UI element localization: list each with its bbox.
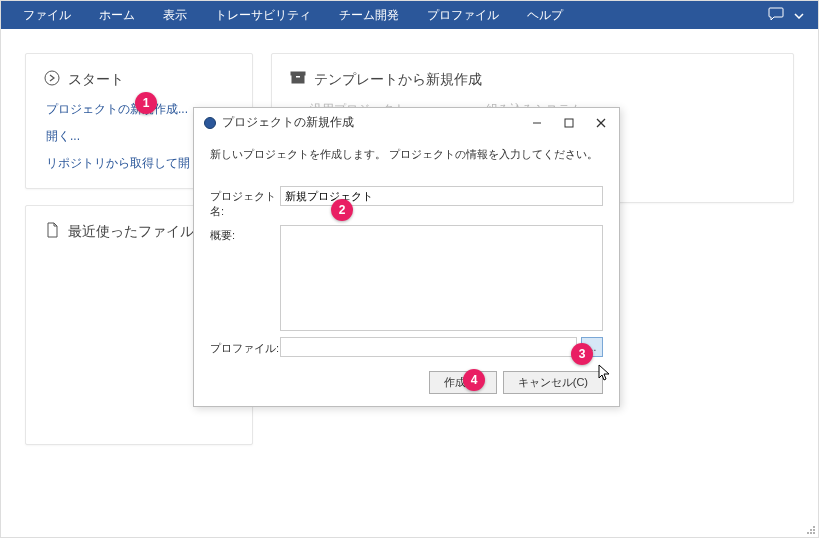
menu-home[interactable]: ホーム [85, 1, 149, 30]
close-button[interactable] [591, 115, 611, 131]
callout-2: 2 [331, 199, 353, 221]
menu-view[interactable]: 表示 [149, 1, 201, 30]
svg-point-11 [807, 532, 809, 534]
dialog-footer: 作成(R) キャンセル(C) [194, 369, 619, 406]
cursor-icon [597, 364, 613, 387]
template-header: テンプレートから新規作成 [290, 70, 775, 89]
start-header: スタート [44, 70, 234, 89]
label-project-name: プロジェクト名: [210, 186, 280, 219]
svg-point-8 [813, 526, 815, 528]
template-title: テンプレートから新規作成 [314, 71, 482, 89]
row-profile: プロファイル: ... [210, 337, 603, 357]
input-project-name[interactable] [280, 186, 603, 206]
label-profile: プロファイル: [210, 338, 280, 356]
input-profile[interactable] [280, 337, 577, 357]
cancel-button[interactable]: キャンセル(C) [503, 371, 603, 394]
menu-help[interactable]: ヘルプ [513, 1, 577, 30]
resize-grip-icon[interactable] [804, 523, 816, 535]
dialog-description: 新しいプロジェクトを作成します。 プロジェクトの情報を入力してください。 [210, 147, 603, 162]
callout-1: 1 [135, 92, 157, 114]
callout-3: 3 [571, 343, 593, 365]
chat-icon[interactable] [768, 7, 784, 24]
input-summary[interactable] [280, 225, 603, 331]
archive-icon [290, 70, 306, 89]
document-icon [44, 222, 60, 241]
svg-point-13 [813, 532, 815, 534]
row-project-name: プロジェクト名: [210, 186, 603, 219]
menu-traceability[interactable]: トレーサビリティ [201, 1, 325, 30]
menubar-right [768, 7, 810, 24]
dialog-titlebar: プロジェクトの新規作成 [194, 108, 619, 137]
svg-point-10 [813, 529, 815, 531]
app-icon [204, 117, 216, 129]
svg-point-12 [810, 532, 812, 534]
minimize-button[interactable] [527, 115, 547, 131]
menu-profile[interactable]: プロファイル [413, 1, 513, 30]
label-summary: 概要: [210, 225, 280, 243]
titlebar-left: プロジェクトの新規作成 [204, 114, 354, 131]
svg-rect-3 [296, 76, 300, 78]
svg-point-9 [810, 529, 812, 531]
dialog-body: 新しいプロジェクトを作成します。 プロジェクトの情報を入力してください。 プロジ… [194, 137, 619, 369]
menubar-left: ファイル ホーム 表示 トレーサビリティ チーム開発 プロファイル ヘルプ [9, 1, 577, 30]
menu-file[interactable]: ファイル [9, 1, 85, 30]
svg-rect-5 [565, 119, 573, 127]
svg-rect-2 [291, 72, 305, 75]
row-summary: 概要: [210, 225, 603, 331]
recent-title: 最近使ったファイル [68, 223, 194, 241]
new-project-dialog: プロジェクトの新規作成 新しいプロジェクトを作成します。 プロジェクトの情報を入… [193, 107, 620, 407]
dialog-title: プロジェクトの新規作成 [222, 114, 354, 131]
callout-4: 4 [463, 369, 485, 391]
maximize-button[interactable] [559, 115, 579, 131]
start-title: スタート [68, 71, 124, 89]
menubar: ファイル ホーム 表示 トレーサビリティ チーム開発 プロファイル ヘルプ [1, 1, 818, 29]
menu-team[interactable]: チーム開発 [325, 1, 413, 30]
chevron-down-icon[interactable] [794, 8, 804, 22]
svg-point-0 [45, 71, 59, 85]
titlebar-buttons [527, 115, 611, 131]
arrow-right-circle-icon [44, 70, 60, 89]
